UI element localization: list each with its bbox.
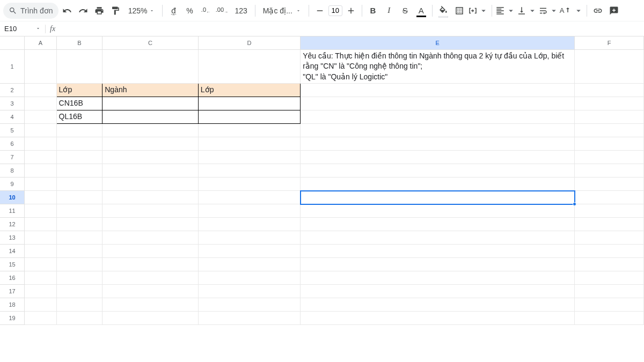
- cell[interactable]: [301, 178, 575, 191]
- cell[interactable]: [103, 178, 199, 191]
- cell[interactable]: [56, 271, 103, 285]
- cell[interactable]: [301, 245, 575, 258]
- cell[interactable]: [25, 191, 56, 204]
- cell[interactable]: [56, 164, 103, 178]
- cell[interactable]: [198, 124, 300, 137]
- cell[interactable]: [56, 151, 103, 164]
- cell[interactable]: [25, 178, 56, 191]
- cell[interactable]: [25, 258, 56, 271]
- cell[interactable]: [198, 204, 300, 218]
- cell[interactable]: [103, 151, 199, 164]
- cell[interactable]: Ngành: [103, 84, 199, 97]
- cell[interactable]: [575, 137, 644, 151]
- cell[interactable]: [25, 298, 56, 312]
- cell[interactable]: [301, 124, 575, 137]
- fill-color-button[interactable]: [436, 3, 451, 18]
- cell[interactable]: [301, 84, 575, 97]
- row-header[interactable]: 19: [0, 312, 25, 325]
- percent-button[interactable]: %: [182, 3, 197, 18]
- font-size-input[interactable]: [328, 5, 342, 16]
- row-header[interactable]: 9: [0, 178, 25, 191]
- cell[interactable]: [198, 258, 300, 271]
- cell[interactable]: [575, 49, 644, 84]
- h-align-button[interactable]: [495, 3, 516, 18]
- italic-button[interactable]: I: [382, 3, 397, 18]
- merge-cells-button[interactable]: [468, 3, 488, 18]
- cell[interactable]: [25, 151, 56, 164]
- cell[interactable]: [575, 218, 644, 231]
- row-header[interactable]: 4: [0, 110, 25, 124]
- cell[interactable]: [575, 151, 644, 164]
- font-size-increase[interactable]: [343, 3, 358, 18]
- cell[interactable]: [25, 164, 56, 178]
- row-header[interactable]: 12: [0, 218, 25, 231]
- cell[interactable]: [301, 164, 575, 178]
- cell[interactable]: [25, 49, 56, 84]
- cell[interactable]: [56, 178, 103, 191]
- row-header[interactable]: 18: [0, 298, 25, 312]
- cell[interactable]: [56, 204, 103, 218]
- cell[interactable]: [198, 191, 300, 204]
- cell[interactable]: [301, 97, 575, 110]
- cell[interactable]: [301, 231, 575, 245]
- row-header[interactable]: 5: [0, 124, 25, 137]
- cell[interactable]: [25, 137, 56, 151]
- cell[interactable]: [198, 298, 300, 312]
- cell[interactable]: [198, 245, 300, 258]
- formula-input[interactable]: [60, 25, 644, 33]
- redo-button[interactable]: [76, 3, 91, 18]
- cell[interactable]: [103, 218, 199, 231]
- row-header[interactable]: 13: [0, 231, 25, 245]
- cell[interactable]: [103, 137, 199, 151]
- cell[interactable]: [103, 312, 199, 325]
- column-header[interactable]: F: [575, 36, 644, 49]
- cell[interactable]: [198, 178, 300, 191]
- borders-button[interactable]: [452, 3, 467, 18]
- cell[interactable]: [301, 110, 575, 124]
- column-header[interactable]: A: [25, 36, 56, 49]
- cell[interactable]: [575, 258, 644, 271]
- cell[interactable]: [25, 84, 56, 97]
- row-header[interactable]: 16: [0, 271, 25, 285]
- name-box[interactable]: E10: [0, 25, 45, 33]
- cell[interactable]: [25, 110, 56, 124]
- print-button[interactable]: [92, 3, 107, 18]
- number-format-button[interactable]: 123: [230, 6, 251, 15]
- cell[interactable]: [103, 258, 199, 271]
- bold-button[interactable]: B: [365, 3, 380, 18]
- insert-link-button[interactable]: [590, 3, 605, 18]
- cell[interactable]: [575, 271, 644, 285]
- cell[interactable]: [103, 164, 199, 178]
- menu-search[interactable]: Trình đơn: [3, 3, 58, 19]
- increase-decimal-button[interactable]: .00→: [214, 3, 229, 18]
- cell[interactable]: [301, 271, 575, 285]
- cell[interactable]: Lớp: [198, 84, 300, 97]
- cell[interactable]: [301, 285, 575, 298]
- cell[interactable]: [56, 218, 103, 231]
- cell[interactable]: [25, 271, 56, 285]
- cell[interactable]: [575, 178, 644, 191]
- cell[interactable]: [103, 191, 199, 204]
- cell[interactable]: [56, 137, 103, 151]
- cell[interactable]: [198, 151, 300, 164]
- cell[interactable]: [103, 97, 199, 110]
- row-header[interactable]: 7: [0, 151, 25, 164]
- cell[interactable]: [301, 312, 575, 325]
- column-header[interactable]: E: [301, 36, 575, 49]
- cell[interactable]: [198, 49, 300, 84]
- cell[interactable]: [575, 97, 644, 110]
- undo-button[interactable]: [60, 3, 75, 18]
- cell[interactable]: [198, 271, 300, 285]
- cell[interactable]: [301, 137, 575, 151]
- cell[interactable]: [103, 124, 199, 137]
- cell[interactable]: [575, 204, 644, 218]
- column-header[interactable]: B: [56, 36, 103, 49]
- cell[interactable]: [575, 110, 644, 124]
- row-header[interactable]: 8: [0, 164, 25, 178]
- row-header[interactable]: 2: [0, 84, 25, 97]
- cell[interactable]: [575, 285, 644, 298]
- font-select[interactable]: Mặc đị...: [259, 6, 305, 15]
- row-header[interactable]: 6: [0, 137, 25, 151]
- cell[interactable]: [25, 204, 56, 218]
- row-header[interactable]: 15: [0, 258, 25, 271]
